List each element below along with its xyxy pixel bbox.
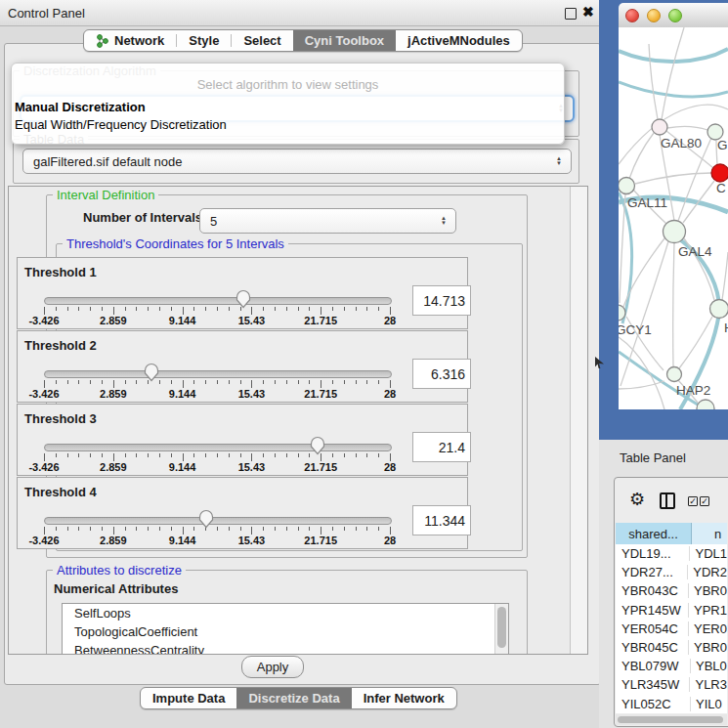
- table-horizontal-scrollbar[interactable]: [616, 714, 727, 725]
- threshold-2-value-field[interactable]: 6.316: [412, 359, 471, 389]
- table-cell[interactable]: YBL0: [691, 659, 727, 673]
- tick-mark: [44, 380, 45, 388]
- tab-impute-data[interactable]: Impute Data: [141, 688, 236, 708]
- network-node[interactable]: [667, 367, 682, 382]
- network-node[interactable]: [664, 221, 686, 243]
- table-cell[interactable]: YBL079W: [616, 659, 691, 673]
- table-row[interactable]: YDL19...YDL1: [616, 544, 727, 563]
- column-header-shared-name[interactable]: shared...: [616, 523, 692, 544]
- minimize-traffic-light-icon[interactable]: [647, 9, 661, 22]
- tick-mark: [229, 307, 230, 311]
- column-header-name[interactable]: n: [692, 523, 727, 544]
- threshold-3-slider-thumb[interactable]: [310, 436, 325, 455]
- table-cell[interactable]: YDL1: [690, 546, 727, 561]
- table-row[interactable]: YIL052CYIL0: [616, 695, 727, 713]
- network-node[interactable]: [711, 164, 728, 182]
- dropdown-item-equal-width-frequency[interactable]: Equal Width/Frequency Discretization: [15, 117, 227, 132]
- network-node[interactable]: [697, 400, 714, 409]
- table-data-combobox[interactable]: galFiltered.sif default node ▲▼: [22, 149, 572, 174]
- gear-icon[interactable]: ⚙: [629, 491, 645, 508]
- columns-icon[interactable]: [660, 492, 675, 509]
- threshold-3-slider-track[interactable]: [44, 444, 392, 451]
- checkbox-checked-icon[interactable]: ✓: [688, 496, 698, 506]
- threshold-4-slider-thumb[interactable]: [198, 509, 214, 529]
- network-edge[interactable]: [619, 49, 728, 62]
- table-cell[interactable]: YDR27...: [616, 565, 688, 579]
- tick-mark: [309, 307, 310, 311]
- list-item[interactable]: BetweennessCentrality: [63, 641, 508, 655]
- table-cell[interactable]: YER0: [689, 621, 727, 636]
- tab-infer-network[interactable]: Infer Network: [352, 688, 456, 708]
- table-cell[interactable]: YBR0: [689, 640, 727, 655]
- table-row[interactable]: YPR145WYPR1: [616, 601, 727, 620]
- network-window-titlebar[interactable]: [619, 3, 728, 28]
- table-row[interactable]: YDR27...YDR2: [616, 563, 727, 581]
- table-cell[interactable]: YIL0: [691, 697, 722, 711]
- network-edge[interactable]: [673, 243, 674, 366]
- table-cell[interactable]: YBR0: [689, 583, 727, 598]
- table-cell[interactable]: YDR2: [688, 565, 727, 579]
- apply-button[interactable]: Apply: [241, 656, 304, 678]
- table-cell[interactable]: YPR145W: [616, 603, 689, 618]
- threshold-2-slider-track[interactable]: [44, 370, 392, 378]
- network-edge[interactable]: [635, 173, 711, 184]
- table-cell[interactable]: YBR045C: [616, 640, 689, 655]
- table-cell[interactable]: YLR3: [690, 677, 727, 692]
- network-node[interactable]: [652, 119, 667, 135]
- table-cell[interactable]: YER054C: [616, 621, 689, 636]
- threshold-3-value-field[interactable]: 21.4: [412, 432, 471, 462]
- network-edge[interactable]: [629, 133, 654, 179]
- close-traffic-light-icon[interactable]: [625, 9, 639, 22]
- tab-network[interactable]: Network: [84, 30, 176, 51]
- list-scrollbar-thumb[interactable]: [497, 607, 506, 648]
- table-horizontal-scrollbar-thumb[interactable]: [618, 716, 723, 723]
- network-edge[interactable]: [722, 252, 728, 300]
- tab-network-label: Network: [114, 33, 164, 48]
- dropdown-item-manual-discretization[interactable]: Manual Discretization: [15, 100, 146, 114]
- table-row[interactable]: YER054CYER0: [616, 620, 727, 638]
- number-of-intervals-combobox[interactable]: 5 ▲▼: [199, 208, 456, 234]
- close-icon[interactable]: ✖: [582, 4, 594, 20]
- network-edge[interactable]: [620, 193, 625, 303]
- table-cell[interactable]: YLR345W: [616, 677, 690, 692]
- numerical-attributes-list[interactable]: SelfLoops TopologicalCoefficient Between…: [62, 603, 509, 655]
- threshold-2-slider-thumb[interactable]: [144, 363, 159, 382]
- float-window-icon[interactable]: [565, 8, 577, 20]
- checkbox-checked-icon[interactable]: ✓: [700, 496, 709, 506]
- table-cell[interactable]: YPR1: [689, 603, 727, 618]
- network-canvas[interactable]: GAL80GCGAL11GAL4GCY1HHAP2: [619, 27, 728, 409]
- tab-discretize-data[interactable]: Discretize Data: [236, 688, 351, 708]
- table-cell[interactable]: YBR043C: [616, 583, 689, 598]
- threshold-4-slider-track[interactable]: [44, 517, 392, 525]
- table-cell[interactable]: YDL19...: [616, 546, 690, 561]
- table-row[interactable]: YBR043CYBR0: [616, 581, 727, 600]
- tick-mark: [275, 307, 276, 311]
- settings-scrollbar[interactable]: [570, 187, 587, 654]
- threshold-4-value-field[interactable]: 11.344: [412, 505, 471, 535]
- network-edge[interactable]: [649, 44, 658, 119]
- tab-style[interactable]: Style: [177, 30, 231, 51]
- dropdown-prompt-item[interactable]: Select algorithm to view settings: [12, 77, 564, 92]
- table-cell[interactable]: YIL052C: [616, 697, 691, 711]
- table-row[interactable]: YBL079WYBL0: [616, 657, 727, 675]
- zoom-traffic-light-icon[interactable]: [668, 9, 682, 22]
- network-node[interactable]: [619, 178, 635, 194]
- list-item[interactable]: TopologicalCoefficient: [63, 622, 508, 641]
- threshold-1-value-field[interactable]: 14.713: [412, 285, 471, 316]
- network-edge[interactable]: [667, 126, 707, 130]
- network-edge[interactable]: [619, 82, 728, 97]
- table-row[interactable]: YLR345WYLR3: [616, 675, 727, 694]
- threshold-1-slider-track[interactable]: [44, 297, 392, 305]
- list-item[interactable]: SelfLoops: [63, 604, 508, 622]
- network-edge[interactable]: [662, 27, 684, 119]
- network-node[interactable]: [710, 300, 728, 319]
- tab-jactivemnodules[interactable]: jActiveMNodules: [396, 30, 522, 51]
- threshold-1-slider-thumb[interactable]: [236, 289, 251, 309]
- tab-select[interactable]: Select: [232, 30, 292, 51]
- network-edge[interactable]: [619, 381, 664, 389]
- table-row[interactable]: YBR045CYBR0: [616, 638, 727, 657]
- combo-arrows-icon: ▲▼: [437, 216, 450, 226]
- tab-cyni-toolbox[interactable]: Cyni Toolbox: [293, 30, 396, 51]
- network-node-label: H: [724, 321, 728, 335]
- list-scrollbar[interactable]: [494, 604, 508, 654]
